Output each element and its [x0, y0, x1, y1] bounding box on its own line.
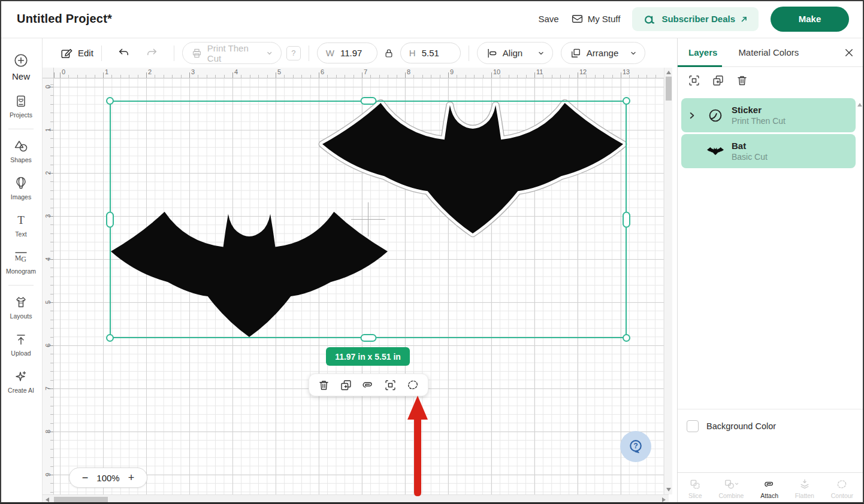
attach-button-panel[interactable]: Attach	[760, 478, 778, 499]
linetype-dropdown[interactable]: Print Then Cut	[182, 42, 282, 64]
resize-handle-mid-right[interactable]	[623, 211, 630, 227]
arrange-icon	[570, 47, 582, 59]
sidebar-item-create-ai[interactable]: Create AI	[0, 363, 42, 400]
combine-icon	[723, 478, 739, 490]
background-color-label: Background Color	[706, 421, 776, 431]
tab-material-colors[interactable]: Material Colors	[738, 47, 799, 57]
sidebar-item-text[interactable]: T Text	[0, 207, 42, 244]
sidebar-item-projects[interactable]: Projects	[0, 88, 42, 125]
close-panel-button[interactable]	[844, 47, 854, 58]
contour-icon	[406, 378, 419, 391]
edit-button[interactable]: Edit	[60, 47, 93, 60]
layer-row-sticker[interactable]: Sticker Print Then Cut	[681, 98, 856, 132]
align-dropdown[interactable]: Align	[477, 42, 553, 64]
linetype-label: Print Then Cut	[207, 43, 262, 63]
active-tab-indicator	[678, 65, 722, 67]
scroll-up-arrow[interactable]	[666, 71, 671, 74]
edit-toolbar: Edit Print Then Cut ? W 11.97 H 5.51	[43, 38, 677, 68]
svg-text:?: ?	[633, 442, 638, 450]
background-color-row: Background Color	[687, 420, 776, 432]
resize-handle-bottom-right[interactable]	[623, 334, 630, 342]
help-button[interactable]: ?	[620, 431, 651, 462]
cricut-design-space-window: Untitled Project* Save My Stuff Subscrib…	[0, 0, 864, 504]
zoom-out-button[interactable]: −	[82, 472, 89, 483]
tshirt-icon	[14, 295, 28, 309]
undo-icon	[117, 46, 131, 60]
resize-handle-top-center[interactable]	[360, 97, 376, 105]
undo-button[interactable]	[117, 46, 131, 60]
arrange-dropdown[interactable]: Arrange	[561, 42, 645, 64]
group-icon[interactable]	[688, 74, 700, 87]
sidebar-item-monogram[interactable]: MG Monogram	[0, 244, 42, 281]
scroll-right-arrow[interactable]	[662, 497, 666, 502]
my-stuff-label: My Stuff	[588, 14, 621, 24]
scroll-left-arrow[interactable]	[46, 497, 49, 502]
layer-row-bat[interactable]: Bat Basic Cut	[681, 134, 856, 168]
canvas-horizontal-scrollbar[interactable]	[43, 494, 669, 504]
size-lock-toggle[interactable]	[383, 48, 394, 59]
list-scroll-up-arrow[interactable]	[857, 103, 862, 107]
design-canvas[interactable]: 012345678910111213 0123456789 11.97 in	[43, 68, 677, 504]
height-field[interactable]: H 5.51	[400, 42, 461, 63]
redo-icon	[145, 46, 159, 60]
make-button[interactable]: Make	[771, 7, 849, 32]
my-stuff-button[interactable]: My Stuff	[571, 13, 621, 25]
delete-button[interactable]	[318, 379, 330, 391]
contour-button-panel[interactable]: Contour	[831, 478, 853, 499]
ruler-label: 1	[105, 68, 108, 75]
resize-handle-top-left[interactable]	[106, 97, 114, 105]
zoom-in-button[interactable]: +	[128, 472, 135, 483]
ruler-v: 0123456789	[43, 78, 54, 494]
selection-bounding-box[interactable]	[110, 101, 627, 338]
expand-chevron-icon[interactable]	[687, 112, 697, 119]
panel-tabs: Layers Material Colors	[678, 38, 864, 67]
trash-icon[interactable]	[736, 74, 748, 87]
scrollbar-thumb[interactable]	[54, 497, 108, 503]
width-value: 11.97	[340, 48, 362, 58]
ruler-label: 13	[623, 68, 630, 75]
sidebar-item-upload[interactable]: Upload	[0, 326, 42, 363]
duplicate-icon	[340, 379, 352, 391]
duplicate-icon[interactable]	[712, 74, 724, 87]
lock-icon	[383, 48, 394, 59]
ruler-label: 8	[407, 68, 410, 75]
resize-handle-bottom-left[interactable]	[106, 334, 114, 342]
arrange-label: Arrange	[587, 48, 618, 58]
isolate-button[interactable]	[384, 379, 397, 391]
background-color-checkbox[interactable]	[687, 420, 699, 432]
linetype-help-button[interactable]: ?	[286, 46, 301, 60]
sidebar-item-images[interactable]: Images	[0, 170, 42, 207]
monogram-icon: MG	[13, 250, 29, 265]
ruler-label: 9	[450, 68, 454, 75]
canvas-vertical-scrollbar[interactable]	[664, 68, 672, 494]
sidebar-item-shapes[interactable]: Shapes	[0, 133, 42, 170]
tab-layers[interactable]: Layers	[688, 47, 717, 57]
scroll-down-arrow[interactable]	[666, 488, 671, 491]
sidebar-item-new[interactable]: New	[0, 47, 42, 88]
layers-list: Sticker Print Then Cut Bat Basic Cut	[681, 98, 856, 408]
project-journal-icon	[14, 94, 28, 108]
combine-button[interactable]: Combine	[718, 478, 744, 499]
save-button[interactable]: Save	[538, 14, 558, 24]
height-value: 5.51	[422, 48, 439, 58]
resize-handle-top-right[interactable]	[623, 97, 630, 105]
layers-panel: Layers Material Colors Sticker	[677, 38, 864, 504]
subscriber-deals-button[interactable]: Subscriber Deals	[632, 7, 759, 31]
slice-button[interactable]: Slice	[688, 478, 702, 499]
resize-handle-mid-left[interactable]	[106, 211, 114, 227]
contour-button[interactable]	[406, 378, 419, 391]
duplicate-button[interactable]	[340, 379, 352, 391]
shapes-icon	[14, 139, 28, 153]
width-field[interactable]: W 11.97	[317, 42, 377, 63]
layer-name: Bat	[732, 140, 768, 152]
ruler-label: 1	[44, 125, 52, 136]
project-title[interactable]: Untitled Project*	[17, 12, 112, 26]
toolbar-divider	[309, 45, 309, 61]
text-icon: T	[14, 213, 28, 227]
resize-handle-bottom-center[interactable]	[360, 334, 376, 342]
sidebar-item-layouts[interactable]: Layouts	[0, 289, 42, 326]
flatten-button[interactable]: Flatten	[795, 478, 814, 499]
attach-button[interactable]	[361, 378, 374, 391]
scrollbar-thumb[interactable]	[666, 77, 672, 101]
redo-button[interactable]	[145, 46, 159, 60]
